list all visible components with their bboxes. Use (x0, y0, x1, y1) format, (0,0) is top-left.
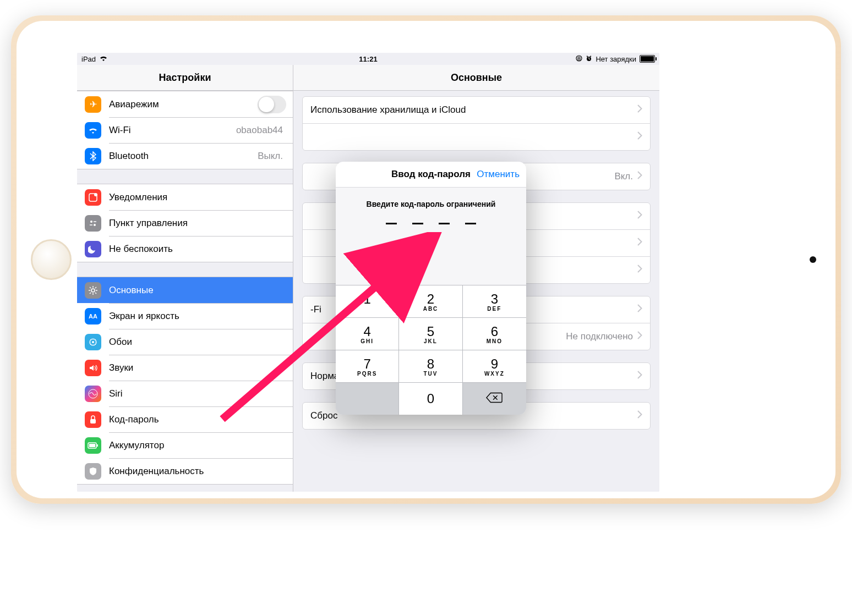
airplane-toggle[interactable] (258, 96, 286, 113)
passcode-field (342, 223, 520, 224)
drow-value: Не подключено (566, 331, 633, 342)
key-1[interactable]: 1 (336, 285, 399, 317)
settings-sidebar: Настройки ✈ Авиарежим (77, 65, 293, 492)
svg-point-6 (91, 289, 95, 292)
sidebar-item-general[interactable]: Основные (77, 277, 293, 303)
drow-label: Использование хранилища и iCloud (310, 105, 637, 116)
key-4[interactable]: 4GHI (336, 317, 399, 350)
chevron-right-icon (637, 371, 642, 382)
sidebar-item-privacy[interactable]: Конфиденциальность (77, 458, 293, 484)
sidebar-item-siri[interactable]: Siri (77, 381, 293, 406)
home-button[interactable] (31, 239, 72, 280)
sidebar-item-sounds[interactable]: Звуки (77, 355, 293, 381)
battery-settings-icon (85, 437, 101, 454)
chevron-right-icon (637, 410, 642, 421)
detail-row-hidden-1[interactable] (303, 123, 650, 150)
sidebar-item-control-center[interactable]: Пункт управления (77, 210, 293, 236)
privacy-icon (85, 463, 101, 480)
passcode-dash (386, 223, 397, 224)
key-7[interactable]: 7PQRS (336, 350, 399, 382)
sidebar-item-bluetooth[interactable]: Bluetooth Выкл. (77, 143, 293, 169)
status-bar: iPad 11:21 Нет зарядки (77, 53, 659, 65)
row-label: Обои (109, 337, 286, 348)
detail-row-storage[interactable]: Использование хранилища и iCloud (303, 97, 650, 123)
notifications-icon (85, 189, 101, 206)
passcode-popup: Ввод код-пароля Отменить Введите код-пар… (336, 162, 526, 415)
svg-point-5 (94, 224, 96, 226)
row-label: Авиарежим (109, 99, 258, 110)
passcode-dash (465, 223, 476, 224)
front-camera (810, 256, 816, 263)
display-icon: AA (85, 308, 101, 324)
control-center-icon (85, 215, 101, 232)
popup-title: Ввод код-пароля (391, 169, 471, 180)
airplane-icon: ✈ (85, 96, 101, 113)
gear-icon (85, 282, 101, 299)
row-label: Bluetooth (109, 151, 258, 162)
row-label: Конфиденциальность (109, 466, 286, 477)
wallpaper-icon (85, 334, 101, 350)
row-label: Не беспокоить (109, 244, 286, 255)
key-2[interactable]: 2ABC (399, 285, 462, 317)
chevron-right-icon (637, 331, 642, 342)
svg-rect-12 (97, 444, 98, 447)
key-blank (336, 382, 399, 415)
key-0[interactable]: 0 (399, 382, 462, 415)
sidebar-item-wifi[interactable]: Wi-Fi obaobab44 (77, 117, 293, 143)
detail-title: Основные (293, 65, 659, 91)
passcode-prompt: Введите код-пароль ограничений (342, 200, 520, 208)
row-label: Код-пароль (109, 414, 286, 425)
ipad-frame: iPad 11:21 Нет зарядки (11, 15, 841, 504)
drow-value: Вкл. (614, 171, 633, 182)
sidebar-item-airplane[interactable]: ✈ Авиарежим (77, 91, 293, 117)
wifi-icon (99, 54, 108, 63)
passcode-dash (439, 223, 450, 224)
chevron-right-icon (637, 171, 642, 182)
status-time: 11:21 (272, 55, 463, 63)
backspace-icon (486, 391, 503, 406)
key-6[interactable]: 6MNO (463, 317, 526, 350)
row-label: Основные (109, 285, 286, 296)
sidebar-title: Настройки (77, 65, 293, 91)
chevron-right-icon (637, 105, 642, 116)
row-label: Звуки (109, 362, 286, 373)
passcode-dash (412, 223, 423, 224)
key-3[interactable]: 3DEF (463, 285, 526, 317)
lock-icon (85, 411, 101, 428)
row-label: Wi-Fi (109, 125, 236, 136)
key-5[interactable]: 5JKL (399, 317, 462, 350)
svg-point-3 (94, 193, 97, 196)
sidebar-item-passcode[interactable]: Код-пароль (77, 406, 293, 432)
sidebar-item-dnd[interactable]: Не беспокоить (77, 236, 293, 262)
sidebar-item-wallpaper[interactable]: Обои (77, 329, 293, 355)
svg-point-8 (92, 341, 94, 343)
chevron-right-icon (637, 131, 642, 142)
chevron-right-icon (637, 238, 642, 249)
popup-header: Ввод код-пароля Отменить (336, 162, 526, 188)
cancel-button[interactable]: Отменить (477, 169, 520, 180)
row-label: Уведомления (109, 192, 286, 203)
sounds-icon (85, 360, 101, 376)
sidebar-item-notifications[interactable]: Уведомления (77, 184, 293, 210)
sidebar-item-display[interactable]: AA Экран и яркость (77, 303, 293, 329)
chevron-right-icon (637, 304, 642, 315)
svg-rect-13 (89, 444, 95, 447)
wifi-settings-icon (85, 122, 101, 139)
dnd-icon (85, 241, 101, 257)
numeric-keypad: 1 2ABC 3DEF 4GHI 5JKL 6MNO 7PQRS 8TUV 9W… (336, 285, 526, 415)
screen: iPad 11:21 Нет зарядки (77, 53, 659, 492)
svg-rect-10 (90, 419, 96, 424)
row-label: Аккумулятор (109, 440, 286, 451)
sidebar-item-battery[interactable]: Аккумулятор (77, 432, 293, 458)
row-label: Экран и яркость (109, 311, 286, 322)
rotation-lock-icon (576, 55, 582, 63)
alarm-icon (586, 55, 592, 63)
key-8[interactable]: 8TUV (399, 350, 462, 382)
row-label: Пункт управления (109, 218, 286, 229)
battery-icon (640, 55, 655, 63)
svg-point-4 (90, 221, 92, 223)
key-9[interactable]: 9WXYZ (463, 350, 526, 382)
chevron-right-icon (637, 211, 642, 222)
key-backspace[interactable] (463, 382, 526, 415)
siri-icon (85, 386, 101, 402)
